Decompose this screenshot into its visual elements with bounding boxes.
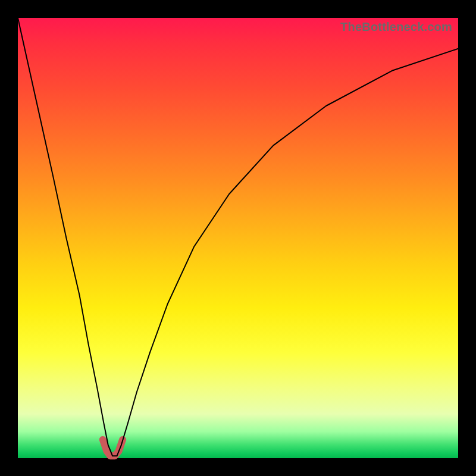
curve-layer [18, 18, 458, 458]
bottleneck-curve [18, 18, 458, 456]
chart-frame: TheBottleneck.com [0, 0, 476, 476]
plot-area: TheBottleneck.com [18, 18, 458, 458]
